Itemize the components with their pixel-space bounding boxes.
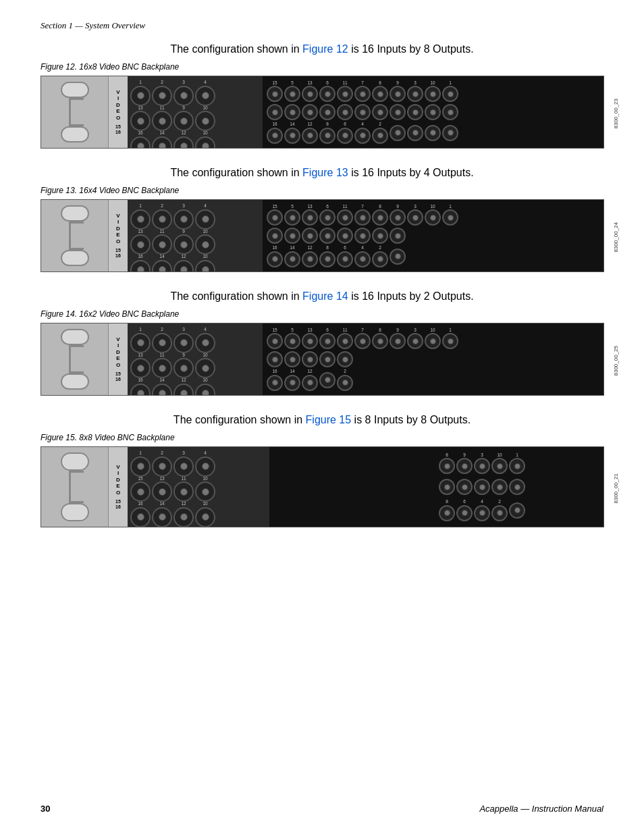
- figure-12: VIDEO 15 16 1 2 3 4: [41, 76, 604, 152]
- output-row3-15: 8 6 4 2: [439, 500, 599, 521]
- side-label-13: 8300_00_24: [613, 199, 619, 276]
- oval-top-12: [61, 82, 89, 98]
- oval-top-13: [61, 205, 89, 221]
- output-row1-14: 15 5 13 6 11 7 8 9 3 10 1: [267, 328, 599, 350]
- config-15-text: The configuration shown in Figure 15 is …: [41, 414, 603, 426]
- video-label-15: VIDEO 15 16: [109, 447, 128, 527]
- bp-left-12: [41, 76, 109, 148]
- oval-bot-12: [61, 126, 89, 142]
- side-label-15: 8300_00_21: [613, 446, 619, 531]
- config-13-link[interactable]: Figure 13: [302, 167, 348, 178]
- config-12-before: The configuration shown in: [170, 43, 299, 55]
- input-row1-13: 1 2 3 4: [130, 204, 260, 230]
- output-row2-14: [267, 351, 599, 367]
- oval-bot-15: [61, 503, 89, 521]
- config-15-after: is 8 Inputs by 8 Outputs.: [354, 414, 471, 425]
- video-label-12: VIDEO 15 16: [109, 76, 128, 148]
- config-12-caption: Figure 12. 16x8 Video BNC Backplane: [41, 62, 603, 72]
- config-13-after: is 16 Inputs by 4 Outputs.: [351, 167, 473, 178]
- config-12-after: is 16 Inputs by 8 Outputs.: [351, 43, 473, 55]
- input-row1-12: 1 2 3 4: [130, 80, 260, 106]
- input-row1-14: 1 2 3 4: [130, 328, 260, 353]
- config-12-text: The configuration shown in Figure 12 is …: [41, 43, 603, 55]
- bp-left-13: [41, 200, 109, 271]
- output-row3-12: 16 14 12 8 6 4 2: [267, 122, 599, 144]
- input-row3-13: 16 14 12 10: [130, 255, 260, 271]
- config-12-link[interactable]: Figure 12: [302, 43, 348, 55]
- input-row2-15: 15 13 11 10: [130, 477, 267, 502]
- config-13-before: The configuration shown in: [170, 167, 299, 178]
- output-row1-13: 15 5 13 6 11 7 8 9 3 10 1: [267, 205, 599, 226]
- config-14-before: The configuration shown in: [170, 290, 299, 302]
- page-footer: 30 Acappella — Instruction Manual: [41, 804, 603, 814]
- config-14-link[interactable]: Figure 14: [302, 290, 348, 302]
- output-row2-13: [267, 228, 599, 244]
- config-14-after: is 16 Inputs by 2 Outputs.: [351, 290, 473, 302]
- config-14-section: The configuration shown in Figure 14 is …: [41, 290, 603, 399]
- main-panel-14: 1 2 3 4 13 11 9 10 16: [128, 323, 603, 395]
- config-15-link[interactable]: Figure 15: [306, 414, 352, 425]
- section-header: Section 1 — System Overview: [41, 20, 603, 31]
- bracket-13: [69, 221, 84, 250]
- output-row3-13: 16 14 12 8 6 4 2: [267, 246, 599, 267]
- oval-bot-13: [61, 250, 89, 266]
- config-14-caption: Figure 14. 16x2 Video BNC Backplane: [41, 309, 603, 319]
- input-row3-14: 16 14 12 10: [130, 378, 260, 395]
- figure-15: VIDEO 15 16 1 2 3 4 15: [41, 446, 604, 531]
- side-label-12: 8300_00_23: [613, 76, 619, 152]
- main-panel-15: 1 2 3 4 15 13 11 10 16: [128, 447, 603, 527]
- figure-14: VIDEO 15 16 1 2 3 4 13 11: [41, 323, 604, 399]
- input-row3-12: 16 14 12 10: [130, 131, 260, 148]
- config-15-before: The configuration shown in: [173, 414, 302, 425]
- config-15-section: The configuration shown in Figure 15 is …: [41, 414, 603, 531]
- config-13-section: The configuration shown in Figure 13 is …: [41, 167, 603, 276]
- output-row2-12: [267, 104, 599, 120]
- backplane-13: VIDEO 15 16 1 2 3 4 13 11: [41, 199, 604, 272]
- figure-13: VIDEO 15 16 1 2 3 4 13 11: [41, 199, 604, 276]
- output-row3-14: 16 14 12 2: [267, 369, 599, 391]
- bracket-15: [69, 471, 84, 503]
- page-container: Section 1 — System Overview The configur…: [0, 0, 644, 834]
- oval-top-14: [61, 329, 89, 345]
- video-label-13: VIDEO 15 16: [109, 200, 128, 271]
- bracket-12: [69, 98, 84, 126]
- input-row3-15: 16 14 12 10: [130, 502, 267, 527]
- side-label-14: 8300_00_25: [613, 323, 619, 399]
- bp-left-15: [41, 447, 109, 527]
- config-15-caption: Figure 15. 8x8 Video BNC Backplane: [41, 433, 603, 442]
- config-13-caption: Figure 13. 16x4 Video BNC Backplane: [41, 186, 603, 195]
- footer-title: Acappella — Instruction Manual: [479, 804, 603, 814]
- oval-bot-14: [61, 373, 89, 390]
- backplane-14: VIDEO 15 16 1 2 3 4 13 11: [41, 323, 604, 396]
- video-label-14: VIDEO 15 16: [109, 323, 128, 395]
- input-row2-14: 13 11 9 10: [130, 353, 260, 379]
- config-14-text: The configuration shown in Figure 14 is …: [41, 290, 603, 303]
- main-panel-12: 1 2 3 4 13 11 9 10: [128, 76, 603, 148]
- output-row2-15: [439, 479, 599, 495]
- backplane-15: VIDEO 15 16 1 2 3 4 15: [41, 446, 604, 527]
- output-row1-12: 15 5 13 6 11 7 8 9 3 10 1: [267, 81, 599, 103]
- bp-left-14: [41, 323, 109, 395]
- output-row1-15: 8 9 3 10 1: [439, 453, 599, 475]
- main-panel-13: 1 2 3 4 13 11 9 10 16: [128, 200, 603, 271]
- config-13-text: The configuration shown in Figure 13 is …: [41, 167, 603, 179]
- oval-top-15: [61, 452, 89, 471]
- input-row2-13: 13 11 9 10: [130, 230, 260, 255]
- input-row1-15: 1 2 3 4: [130, 451, 267, 477]
- input-row2-12: 13 11 9 10: [130, 106, 260, 132]
- config-12-section: The configuration shown in Figure 12 is …: [41, 43, 603, 152]
- footer-page-number: 30: [41, 804, 50, 814]
- bracket-14: [69, 345, 84, 373]
- backplane-12: VIDEO 15 16 1 2 3 4: [41, 76, 604, 149]
